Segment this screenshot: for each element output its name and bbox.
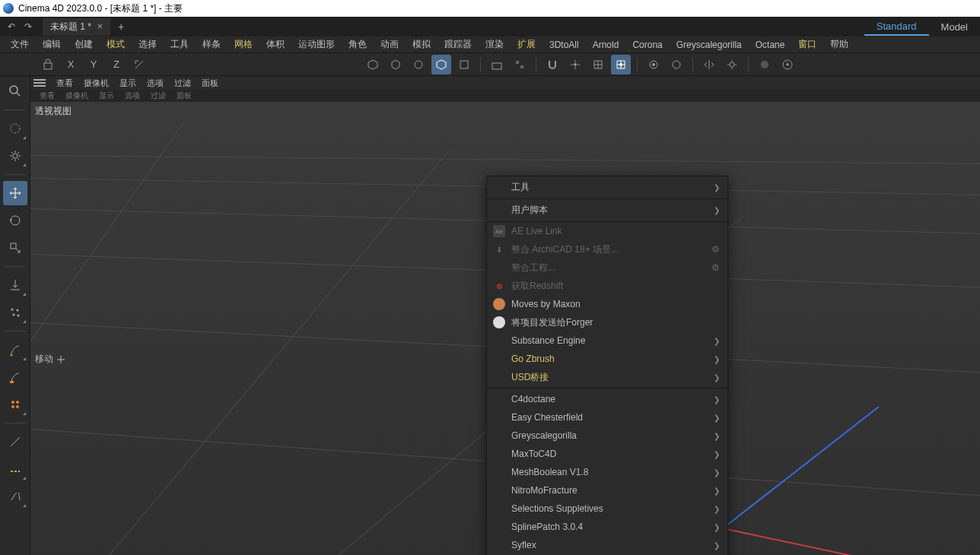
undo-button[interactable]: ↶ xyxy=(3,18,20,35)
ext-ae-live-link[interactable]: AeAE Live Link xyxy=(487,222,727,240)
search-tool-icon[interactable] xyxy=(3,79,27,103)
symmetry-icon[interactable] xyxy=(699,55,719,75)
ext-substance[interactable]: Substance Engine❯ xyxy=(487,331,727,350)
menu-extensions[interactable]: 扩展 xyxy=(511,36,542,52)
dash-tool-icon[interactable] xyxy=(3,457,27,481)
ext-moves-by-maxon[interactable]: Moves by Maxon xyxy=(487,295,727,313)
menu-help[interactable]: 帮助 xyxy=(824,36,854,52)
menu-select[interactable]: 选择 xyxy=(132,36,163,52)
ext-redshift[interactable]: ⬢获取Redshift xyxy=(487,277,727,295)
grid-icon[interactable] xyxy=(588,55,608,75)
vp-menu-panel[interactable]: 面板 xyxy=(197,78,223,89)
paint-tool-icon[interactable] xyxy=(3,365,27,389)
vp2-menu-camera[interactable]: 摄像机 xyxy=(61,90,93,101)
vp2-menu-view[interactable]: 查看 xyxy=(35,90,59,101)
vp-menu-filter[interactable]: 过滤 xyxy=(170,78,196,89)
menu-octane[interactable]: Octane xyxy=(749,38,791,52)
new-tab-button[interactable]: + xyxy=(118,21,124,33)
ext-tools[interactable]: 工具❯ xyxy=(487,176,727,199)
quad-icon[interactable] xyxy=(510,55,530,75)
move-tool-icon[interactable] xyxy=(3,181,27,205)
menu-volume[interactable]: 体积 xyxy=(260,36,291,52)
ext-maxtoc4d[interactable]: MaxToC4D❯ xyxy=(487,445,727,463)
vp-menu-camera[interactable]: 摄像机 xyxy=(79,78,113,89)
curve-tool-icon[interactable] xyxy=(3,484,27,509)
redo-button[interactable]: ↷ xyxy=(20,18,37,35)
ext-meshboolean[interactable]: MeshBoolean V1.8❯ xyxy=(487,463,727,481)
primitive-other-icon[interactable] xyxy=(454,55,474,75)
vp2-menu-filter[interactable]: 过滤 xyxy=(146,90,170,101)
vp2-menu-options[interactable]: 选项 xyxy=(120,90,145,101)
ext-easy-chesterfield[interactable]: Easy Chesterfield❯ xyxy=(487,408,727,427)
menu-file[interactable]: 文件 xyxy=(5,36,35,52)
menu-edit[interactable]: 编辑 xyxy=(37,36,67,52)
menu-mesh[interactable]: 网格 xyxy=(228,36,259,52)
render-region-icon[interactable] xyxy=(667,55,686,75)
layout-model[interactable]: Model xyxy=(929,19,980,35)
hamburger-icon[interactable] xyxy=(33,79,46,87)
ext-nitromofracture[interactable]: NitroMoFracture❯ xyxy=(487,481,727,500)
tab-close-icon[interactable]: × xyxy=(97,21,103,32)
scale-tool-icon[interactable] xyxy=(3,236,27,260)
gear-tool-icon[interactable] xyxy=(3,144,27,168)
ext-c4doctane[interactable]: C4doctane❯ xyxy=(487,390,727,408)
menu-animate[interactable]: 动画 xyxy=(374,36,405,52)
gear-icon[interactable]: ⚙ xyxy=(711,244,720,255)
ext-merge-project[interactable]: 整合工程...⚙ xyxy=(487,258,727,277)
ext-usd-bridge[interactable]: USD桥接❯ xyxy=(487,368,727,386)
plane-icon[interactable] xyxy=(487,55,507,75)
ext-greyscalegorilla[interactable]: Greyscalegorilla❯ xyxy=(487,427,727,445)
axis-y-button[interactable]: Y xyxy=(84,55,103,75)
ext-go-zbrush[interactable]: Go Zbrush❯ xyxy=(487,350,727,368)
clone-tool-icon[interactable] xyxy=(3,392,27,417)
live-select-tool-icon[interactable] xyxy=(3,116,27,141)
vp-menu-options[interactable]: 选项 xyxy=(142,78,168,89)
scatter-tool-icon[interactable] xyxy=(3,300,27,325)
magnet-icon[interactable] xyxy=(542,55,562,75)
vp2-menu-panel[interactable]: 面板 xyxy=(172,90,196,101)
asset-icon[interactable] xyxy=(778,55,797,75)
rotate-tool-icon[interactable] xyxy=(3,208,27,233)
ext-selections-suppletives[interactable]: Selections Suppletives❯ xyxy=(487,500,727,518)
ext-forger[interactable]: 将项目发送给Forger xyxy=(487,313,727,331)
line-tool-icon[interactable] xyxy=(3,430,27,454)
primitive-sphere-icon[interactable] xyxy=(409,55,428,75)
primitive-hex-icon[interactable] xyxy=(386,55,406,75)
snap-icon[interactable] xyxy=(565,55,585,75)
primitive-active-icon[interactable] xyxy=(431,55,451,75)
menu-create[interactable]: 创建 xyxy=(68,36,99,52)
ext-splinepatch[interactable]: SplinePatch 3.0.4❯ xyxy=(487,518,727,536)
ext-userscripts[interactable]: 用户脚本❯ xyxy=(487,199,727,222)
menu-render[interactable]: 渲染 xyxy=(479,36,510,52)
lock-axis-button[interactable] xyxy=(38,55,58,75)
menu-tracker[interactable]: 跟踪器 xyxy=(438,36,478,52)
vp-menu-display[interactable]: 显示 xyxy=(115,78,141,89)
render-icon[interactable] xyxy=(644,55,663,75)
menu-spline[interactable]: 样条 xyxy=(196,36,227,52)
vp2-menu-display[interactable]: 显示 xyxy=(94,90,119,101)
place-tool-icon[interactable] xyxy=(3,273,27,297)
snap-grid-icon[interactable] xyxy=(611,55,631,75)
menu-arnold[interactable]: Arnold xyxy=(587,38,625,52)
menu-3dtoall[interactable]: 3DtoAll xyxy=(543,38,585,52)
menu-corona[interactable]: Corona xyxy=(626,38,668,52)
settings-icon[interactable] xyxy=(722,55,742,75)
menu-tools[interactable]: 工具 xyxy=(164,36,195,52)
menu-mode[interactable]: 模式 xyxy=(100,36,131,52)
layout-standard[interactable]: Standard xyxy=(864,18,929,36)
menu-gsg[interactable]: Greyscalegorilla xyxy=(670,38,748,52)
menu-window[interactable]: 窗口 xyxy=(792,36,822,52)
ext-archicad[interactable]: ⬇整合 ArchiCAD 18+ 场景...⚙ xyxy=(487,240,727,258)
ext-syflex[interactable]: Syflex❯ xyxy=(487,536,727,554)
vp-menu-view[interactable]: 查看 xyxy=(52,78,78,89)
menu-character[interactable]: 角色 xyxy=(342,36,373,52)
primitive-cube-icon[interactable] xyxy=(363,55,383,75)
menu-mograph[interactable]: 运动图形 xyxy=(292,36,341,52)
menu-simulate[interactable]: 模拟 xyxy=(406,36,437,52)
axis-x-button[interactable]: X xyxy=(61,55,81,75)
cloud-icon[interactable] xyxy=(755,55,775,75)
document-tab[interactable]: 未标题 1 * × xyxy=(43,18,110,36)
axis-z-button[interactable]: Z xyxy=(107,55,126,75)
brush-tool-icon[interactable] xyxy=(3,338,27,362)
gear-icon[interactable]: ⚙ xyxy=(711,262,720,273)
